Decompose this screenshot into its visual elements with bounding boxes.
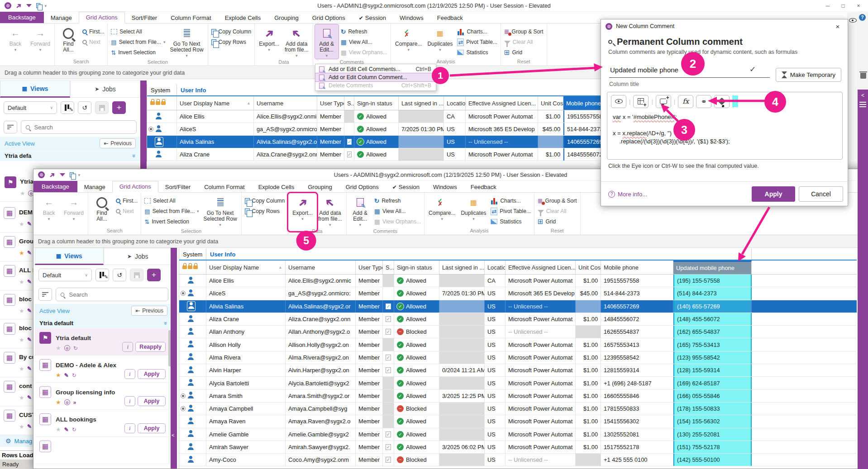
view-item-demo-adele-alex[interactable]: ▦DEMO - Adele & Alex★✎↻iApply bbox=[35, 355, 172, 383]
grid-cell[interactable]: Allan.Anthony@sygx2.o bbox=[286, 326, 356, 338]
grid-cell[interactable] bbox=[576, 300, 601, 313]
table-row[interactable]: Amirah SawyerAmirah.Sawyer@sygx2.Member✓… bbox=[179, 441, 857, 454]
ribbon-select-from-file[interactable]: ▤Select from File...▾ bbox=[110, 38, 167, 47]
star-icon[interactable]: ★ bbox=[56, 345, 61, 351]
column-header-s[interactable]: S... bbox=[344, 96, 354, 110]
grid-cell[interactable]: (166) 055-55846 bbox=[673, 390, 752, 402]
grid-cell[interactable]: (128) 155-59314 bbox=[673, 364, 752, 376]
grid-cell[interactable]: -- Unlicensed -- bbox=[506, 326, 576, 338]
grid-cell[interactable]: Alycia.Bartoletti@sygx2 bbox=[286, 377, 356, 389]
grid-cell[interactable]: AliceS bbox=[206, 287, 286, 299]
column-header-name[interactable]: User Display Name▲ bbox=[206, 261, 286, 274]
formula-code[interactable]: var x = '#mobilePhone#'; x = x.replace(/… bbox=[607, 110, 842, 148]
grid-cell[interactable]: Amaya Campbell bbox=[206, 403, 286, 415]
grid-cell[interactable]: $1.00 bbox=[576, 415, 601, 427]
copy-icon[interactable] bbox=[70, 172, 74, 177]
ribbon-group-sort[interactable]: ≣Group & Sort bbox=[503, 27, 545, 36]
table-row[interactable]: Alma RiveraAlma.Rivera@sygx2.onMember✓✓A… bbox=[179, 351, 857, 364]
grid-cell[interactable]: Alice Ellis bbox=[177, 110, 254, 123]
grid-cell[interactable]: Member bbox=[356, 390, 383, 402]
grid-cell[interactable]: $1.00 bbox=[576, 441, 601, 453]
grid-cell[interactable]: Amara.Smith@sygx2.or bbox=[286, 390, 356, 402]
grid-cell[interactable]: −Blocked bbox=[394, 454, 439, 466]
grid-cell[interactable] bbox=[179, 441, 206, 453]
grid-cell[interactable]: US bbox=[485, 351, 506, 364]
right-panel-strip[interactable]: < bbox=[858, 90, 868, 469]
ribbon-find-all[interactable]: Find All... bbox=[57, 24, 80, 58]
grid-cell[interactable]: Member bbox=[317, 110, 344, 123]
grid-cell[interactable]: Member bbox=[356, 351, 383, 364]
grid-cell[interactable]: US bbox=[444, 136, 466, 148]
ribbon-go-to-next-selected-row[interactable]: Go To Next Selected Row▾ bbox=[201, 194, 239, 228]
grid-cell[interactable]: Alvin Harper bbox=[206, 364, 286, 376]
grid-cell[interactable]: Microsoft Power Automat bbox=[506, 428, 576, 441]
tab-feedback[interactable]: Feedback bbox=[430, 13, 470, 23]
grid-cell[interactable]: 15415556302 bbox=[601, 415, 673, 427]
checkbox-icon[interactable]: ✓ bbox=[386, 431, 391, 437]
grid-cell[interactable] bbox=[383, 415, 394, 427]
checkbox-icon[interactable]: ✓ bbox=[347, 139, 352, 145]
grid-cell[interactable]: Microsoft Power Automat bbox=[466, 110, 538, 123]
column-header-status[interactable]: Sign-in status bbox=[394, 261, 439, 274]
grid-cell[interactable]: Member bbox=[356, 454, 383, 466]
grid-cell[interactable] bbox=[439, 403, 485, 415]
grid-cell[interactable]: ✓Allowed bbox=[394, 313, 439, 325]
grid-cell[interactable]: (165) 755-53413 bbox=[673, 338, 752, 351]
column-header-loc[interactable]: Locatio... bbox=[444, 96, 466, 110]
tab-manage[interactable]: Manage bbox=[44, 13, 79, 23]
grid-cell[interactable]: 3/2025 06:02 PM bbox=[439, 441, 485, 453]
checkbox-icon[interactable]: ✓ bbox=[386, 316, 391, 322]
grid-cell[interactable]: ✓ bbox=[383, 326, 394, 338]
grid-cell[interactable]: US bbox=[485, 287, 506, 299]
tab-session[interactable]: ✔Session bbox=[386, 182, 426, 192]
ribbon-invert-selection[interactable]: ⇅Invert Selection bbox=[110, 48, 167, 57]
column-header-user[interactable]: Username bbox=[254, 96, 317, 110]
grid-cell[interactable] bbox=[439, 377, 485, 389]
ribbon-export[interactable]: ➔Export...▾ bbox=[257, 24, 281, 59]
grid-cell[interactable]: ✓ bbox=[383, 441, 394, 453]
column-header-status[interactable]: Sign-in status bbox=[354, 96, 399, 110]
ribbon-select-from-file[interactable]: ▤Select from File...▾ bbox=[143, 207, 200, 216]
grid-cell[interactable] bbox=[383, 287, 394, 299]
grid-cell[interactable] bbox=[179, 313, 206, 325]
grid-cell[interactable]: ✓Allowed bbox=[354, 136, 399, 148]
qat-caret-icon[interactable]: ▾ bbox=[78, 173, 81, 177]
table-row[interactable]: Aliza CraneAliza.Crane@sygx2.onnMember✓✓… bbox=[179, 313, 857, 326]
tab-grid-options[interactable]: Grid Options bbox=[339, 182, 386, 192]
sidebar-tab-jobs[interactable]: ➤Jobs bbox=[104, 248, 172, 265]
grid-cell[interactable] bbox=[179, 351, 206, 364]
table-row[interactable]: Alivia SalinasAlivia.Salinas@sygx2.orMem… bbox=[179, 300, 857, 313]
grid-cell[interactable]: $1.00 bbox=[538, 110, 563, 123]
grid-cell[interactable]: $1.00 bbox=[576, 364, 601, 376]
ribbon-first[interactable]: First... bbox=[81, 27, 105, 36]
grid-cell[interactable]: ✓Allowed bbox=[394, 364, 439, 376]
ribbon-view-all[interactable]: ▦View All... bbox=[373, 207, 422, 216]
grid-cell[interactable]: Alma.Rivera@sygx2.on bbox=[286, 351, 356, 364]
ribbon-copy-rows[interactable]: Copy Rows bbox=[243, 207, 286, 216]
grid-cell[interactable]: CA bbox=[444, 110, 466, 123]
eye-preview-button[interactable] bbox=[611, 95, 626, 108]
search-input[interactable] bbox=[21, 120, 137, 134]
grid-cell[interactable]: Alice.Ellis@sygx2.onmic bbox=[286, 275, 356, 287]
column-header-lic[interactable]: Effective Assigned Licen... bbox=[466, 96, 538, 110]
grid-cell[interactable] bbox=[399, 148, 444, 161]
grid-cell[interactable]: 7/2025 01:30 PM bbox=[439, 287, 485, 299]
sidebar-tab-views[interactable]: ▦Views bbox=[0, 81, 70, 98]
grid-cell[interactable]: Microsoft Power Automat bbox=[506, 351, 576, 364]
add-view-button[interactable]: + bbox=[147, 269, 161, 281]
ribbon-charts[interactable]: Charts... bbox=[456, 27, 498, 36]
tab-column-format[interactable]: Column Format bbox=[197, 182, 252, 192]
grid-cell[interactable]: ✓ bbox=[383, 300, 394, 313]
grid-cell[interactable]: Alivia.Salinas@sygx2.or bbox=[286, 300, 356, 313]
ribbon-group-sort[interactable]: ≣Group & Sort bbox=[536, 196, 578, 205]
grid-cell[interactable]: Microsoft Power Automat bbox=[506, 415, 576, 427]
grid-cell[interactable]: Aliza.Crane@sygx2.onn bbox=[286, 313, 356, 325]
grid-cell[interactable] bbox=[179, 377, 206, 389]
chevron-double-down-icon[interactable]: » bbox=[131, 154, 138, 157]
grid-cell[interactable]: Member bbox=[356, 415, 383, 427]
ribbon-first[interactable]: First... bbox=[114, 196, 139, 205]
grid-cell[interactable]: US bbox=[485, 313, 506, 325]
grid-cell[interactable] bbox=[179, 415, 206, 427]
filter-icon[interactable] bbox=[60, 173, 65, 176]
grid-cell[interactable] bbox=[147, 110, 177, 123]
